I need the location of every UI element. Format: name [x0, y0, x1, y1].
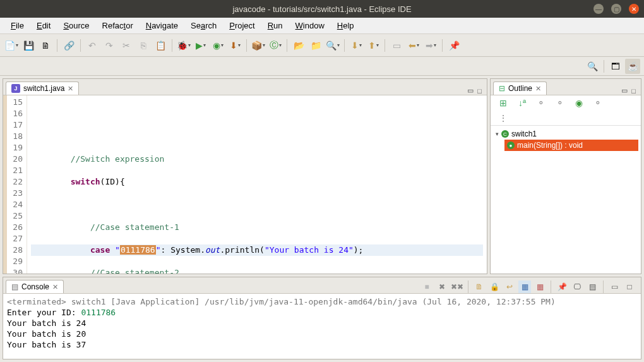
java-file-icon: J [11, 84, 20, 93]
console-terminated-line: <terminated> switch1 [Java Application] … [7, 296, 637, 307]
minimize-view-icon[interactable]: ▭ [621, 87, 628, 95]
separator [246, 39, 247, 52]
separator [385, 39, 385, 52]
search-button[interactable]: 🔍 [325, 38, 340, 53]
forward-button[interactable]: ➡ [423, 38, 438, 53]
new-package-button[interactable]: 📦 [251, 38, 266, 53]
link-button[interactable]: 🔗 [61, 38, 76, 53]
pin-console-icon[interactable]: 📌 [556, 281, 568, 293]
external-button[interactable]: ⬇ [227, 38, 242, 53]
coverage-button[interactable]: ◉ [210, 38, 225, 53]
code-area[interactable]: //Switch expression switch(ID){ //Case s… [27, 95, 487, 274]
terminate-icon[interactable]: ■ [420, 281, 433, 293]
separator [57, 39, 57, 52]
back-button[interactable]: ⬅ [406, 38, 421, 53]
show-err-icon[interactable]: ▦ [534, 281, 546, 293]
menu-help[interactable]: Help [331, 19, 360, 32]
console-tab-bar: ▤ Console ✕ ■ ✖ ✖✖ 🗎 🔒 ↩ ▦ ▦ 📌 🖵 ▤ ▭ [3, 277, 641, 294]
display-icon[interactable]: 🖵 [571, 281, 583, 293]
minimize-view-icon[interactable]: ▭ [467, 87, 474, 95]
java-perspective-button[interactable]: ☕ [625, 59, 640, 74]
top-panes: J switch1.java ✕ ▭ □ 15 16 17 18 19 20 2 [3, 78, 641, 274]
console-prompt: Enter your ID: [7, 308, 81, 317]
open-console-icon[interactable]: ▤ [586, 281, 599, 293]
debug-button[interactable]: 🐞 [176, 38, 191, 53]
console-tab-label: Console [21, 282, 49, 291]
outline-method-item[interactable]: ● main(String[]) : void [504, 140, 638, 151]
remove-launch-icon[interactable]: ✖ [436, 281, 448, 293]
close-button[interactable]: ✕ [629, 4, 639, 14]
menu-search[interactable]: Search [185, 19, 222, 32]
menu-refactor[interactable]: Refactor [97, 19, 139, 32]
console-body[interactable]: <terminated> switch1 [Java Application] … [3, 294, 641, 359]
menu-window[interactable]: Window [290, 19, 330, 32]
clear-icon[interactable]: 🗎 [473, 281, 486, 293]
outline-tab-bar: ⊟ Outline ✕ ▭ □ [491, 79, 641, 95]
hide-static-icon[interactable]: ⚬ [552, 95, 568, 111]
hide-fields-icon[interactable]: ⚬ [534, 95, 549, 111]
editor-tab-switch1[interactable]: J switch1.java ✕ [6, 81, 79, 95]
outline-tab-label: Outline [508, 84, 532, 93]
open-task-button[interactable]: 📁 [308, 38, 323, 53]
prev-annotation-button[interactable]: ⬆ [366, 38, 381, 53]
menu-project[interactable]: Project [224, 19, 260, 32]
copy-button[interactable]: ⎘ [136, 38, 151, 53]
outline-tab[interactable]: ⊟ Outline ✕ [493, 81, 547, 95]
editor-body[interactable]: 15 16 17 18 19 20 21 22 23 24 25 26 27 2… [3, 95, 487, 274]
workspace: J switch1.java ✕ ▭ □ 15 16 17 18 19 20 2 [0, 76, 644, 362]
separator [172, 39, 172, 52]
new-button[interactable]: 📄 [4, 38, 19, 53]
tree-toggle-icon[interactable]: ▾ [496, 131, 499, 137]
save-all-button[interactable]: 🗎 [38, 38, 53, 53]
menubar: File Edit Source Refactor Navigate Searc… [0, 18, 644, 34]
minimize-button[interactable]: — [593, 4, 604, 14]
sort-icon[interactable]: ↓ª [515, 95, 530, 111]
view-menu-icon[interactable]: ⋮ [496, 111, 511, 126]
separator [287, 39, 287, 52]
toggle-mark-button[interactable]: ▭ [389, 38, 404, 53]
maximize-view-icon[interactable]: □ [631, 87, 636, 95]
show-out-icon[interactable]: ▦ [518, 281, 531, 293]
tab-close-button[interactable]: ✕ [68, 85, 73, 93]
minimize-view-icon[interactable]: ▭ [608, 281, 621, 293]
outline-link: ⋮ [491, 111, 641, 126]
menu-file[interactable]: File [5, 19, 30, 32]
maximize-button[interactable]: ▢ [611, 4, 621, 14]
focus-icon[interactable]: ⊞ [496, 95, 511, 111]
undo-button[interactable]: ↶ [85, 38, 100, 53]
maximize-view-icon[interactable]: □ [623, 281, 636, 293]
hide-local-icon[interactable]: ⚬ [590, 95, 605, 111]
tab-close-button[interactable]: ✕ [52, 283, 58, 291]
quick-access-button[interactable]: 🔍 [585, 59, 600, 74]
menu-edit[interactable]: Edit [31, 19, 56, 32]
console-icon: ▤ [11, 282, 18, 291]
open-perspective-button[interactable]: 🗔 [608, 59, 623, 74]
menu-run[interactable]: Run [262, 19, 289, 32]
save-button[interactable]: 💾 [21, 38, 36, 53]
remove-all-icon[interactable]: ✖✖ [451, 281, 463, 293]
separator [344, 39, 345, 52]
scroll-lock-icon[interactable]: 🔒 [488, 281, 501, 293]
run-button[interactable]: ▶ [193, 38, 208, 53]
menu-source[interactable]: Source [57, 19, 95, 32]
console-input: 0111786 [81, 308, 116, 317]
editor-tab-label: switch1.java [23, 84, 64, 93]
console-tab[interactable]: ▤ Console ✕ [6, 280, 64, 293]
new-class-button[interactable]: Ⓒ [268, 38, 283, 53]
maximize-view-icon[interactable]: □ [477, 87, 482, 95]
outline-icon: ⊟ [499, 84, 505, 93]
word-wrap-icon[interactable]: ↩ [503, 281, 516, 293]
open-type-button[interactable]: 📂 [291, 38, 306, 53]
menu-navigate[interactable]: Navigate [140, 19, 184, 32]
cut-button[interactable]: ✂ [119, 38, 134, 53]
window-controls: — ▢ ✕ [593, 4, 639, 14]
paste-button[interactable]: 📋 [153, 38, 168, 53]
outline-class-item[interactable]: ▾ C switch1 [493, 128, 638, 140]
next-annotation-button[interactable]: ⬇ [349, 38, 364, 53]
redo-button[interactable]: ↷ [102, 38, 117, 53]
class-icon: C [501, 130, 509, 138]
hide-nonpublic-icon[interactable]: ◉ [571, 95, 587, 111]
tab-close-button[interactable]: ✕ [535, 85, 541, 93]
pin-button[interactable]: 📌 [446, 38, 462, 53]
editor-tab-bar: J switch1.java ✕ ▭ □ [3, 79, 487, 95]
